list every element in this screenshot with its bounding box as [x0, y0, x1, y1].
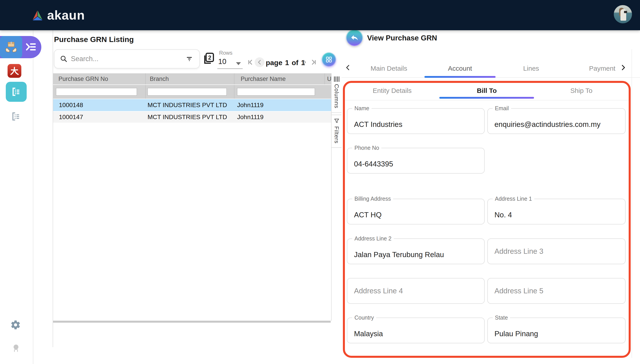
table-header-row: Purchase GRN No Branch Purchaser Name Up: [53, 73, 331, 84]
sidebar-item-listing-module-active[interactable]: [6, 82, 27, 102]
app-root: akaun: [0, 0, 640, 364]
horizontal-scrollbar[interactable]: [53, 321, 331, 323]
tab-payment[interactable]: Payment: [567, 59, 616, 78]
table-side-tabs: Columns Filters: [331, 73, 342, 321]
tabs-scroll-left[interactable]: [344, 63, 352, 72]
address-line-1-label: Address Line 1: [493, 196, 534, 202]
sidebar-item-dahua-app[interactable]: [8, 64, 21, 78]
address-line-4-field[interactable]: Address Line 4: [347, 278, 485, 304]
sidebar-item-inventory-app[interactable]: [0, 36, 22, 58]
address-line-3-field[interactable]: Address Line 3: [487, 238, 626, 264]
page-title: Purchase GRN Listing: [54, 35, 134, 44]
brand-name: akaun: [47, 8, 85, 22]
filter-input-branch[interactable]: [148, 88, 227, 96]
address-line-5-field[interactable]: Address Line 5: [487, 278, 626, 304]
billing-address-field[interactable]: Billing Address ACT HQ: [347, 199, 485, 224]
subtab-entity-details[interactable]: Entity Details: [345, 83, 440, 99]
avatar-camera: [624, 11, 627, 13]
columns-icon: [334, 76, 339, 82]
of-word: of: [292, 59, 298, 67]
address-line-1-field[interactable]: Address Line 1 No. 4: [487, 199, 626, 224]
column-header-purchase-grn-no[interactable]: Purchase GRN No: [53, 73, 145, 84]
address-line-2-field[interactable]: Address Line 2 Jalan Paya Terubung Relau: [347, 238, 485, 264]
table-filter-row: [53, 84, 331, 99]
tab-main-details[interactable]: Main Details: [353, 59, 424, 78]
cell-purchaser: John1119: [234, 114, 324, 121]
name-value: ACT Industries: [354, 120, 402, 129]
cell-branch: MCT INDUSTRIES PVT LTD: [145, 114, 234, 121]
page-word: page: [266, 59, 282, 67]
search-input[interactable]: [71, 55, 186, 63]
svg-text:2: 2: [208, 54, 211, 61]
page-current: 1: [285, 59, 289, 67]
sidebar-item-listing-module-inactive[interactable]: [11, 111, 21, 122]
filters-side-tab[interactable]: Filters: [332, 115, 342, 148]
cell-grn-no: 1000148: [53, 102, 145, 109]
filter-list-icon[interactable]: [186, 56, 193, 62]
filters-tab-label: Filters: [333, 126, 340, 144]
hands-box-icon: [4, 40, 18, 54]
list-form-gray-icon: [11, 111, 21, 122]
back-button[interactable]: [346, 29, 363, 46]
column-header-purchaser-name[interactable]: Purchaser Name: [234, 73, 324, 84]
grid-icon: [325, 56, 332, 63]
columns-side-tab[interactable]: Columns: [332, 73, 342, 113]
grid-view-button[interactable]: [322, 52, 336, 67]
table-row-selected[interactable]: 1000148 MCT INDUSTRIES PVT LTD John1119: [53, 99, 331, 111]
rows-select-underline: [217, 68, 243, 69]
billing-address-value: ACT HQ: [354, 211, 382, 219]
next-page-button[interactable]: [300, 57, 309, 67]
tab-account[interactable]: Account: [424, 59, 496, 78]
columns-tab-label: Columns: [333, 84, 340, 108]
detail-scroll-track: [632, 49, 632, 358]
detail-tabs: Main Details Account Lines Payment: [353, 59, 616, 78]
email-label: Email: [493, 105, 511, 112]
top-navbar: akaun: [0, 0, 640, 30]
back-arrow-icon: [350, 33, 359, 42]
brand-logo[interactable]: akaun: [31, 8, 85, 22]
list-form-icon: [11, 86, 22, 97]
tabs-scroll-right[interactable]: [619, 63, 627, 72]
tab-lines[interactable]: Lines: [496, 59, 567, 78]
country-field[interactable]: Country Malaysia: [347, 318, 485, 343]
rows-per-page-select[interactable]: 10: [218, 57, 226, 66]
profile-icon[interactable]: [10, 343, 22, 355]
settings-gear-icon[interactable]: [10, 320, 21, 330]
filter-input-purchase-grn-no[interactable]: [56, 88, 137, 96]
email-value: enquiries@actindustries.com.my: [494, 120, 600, 129]
last-page-button[interactable]: [309, 57, 319, 67]
phone-label: Phone No: [352, 145, 381, 151]
column-header-updated[interactable]: Up: [324, 73, 331, 84]
account-sub-tabs: Entity Details Bill To Ship To: [345, 83, 629, 99]
name-field[interactable]: Name ACT Industries: [347, 108, 485, 134]
name-label: Name: [352, 105, 372, 112]
address-line-2-label: Address Line 2: [352, 235, 394, 242]
address-line-5-placeholder: Address Line 5: [494, 287, 543, 295]
user-avatar[interactable]: [614, 5, 632, 23]
previous-page-button[interactable]: [255, 57, 264, 67]
email-field[interactable]: Email enquiries@actindustries.com.my: [487, 108, 626, 134]
phone-field[interactable]: Phone No 04-6443395: [347, 148, 485, 174]
subtab-ship-to[interactable]: Ship To: [534, 83, 629, 99]
page-indicator: page 1 of 1: [266, 59, 305, 67]
sidebar-collapse-icon[interactable]: [26, 42, 36, 52]
duplicate-pages-icon[interactable]: 2: [202, 52, 216, 65]
billing-address-label: Billing Address: [352, 196, 393, 202]
search-icon: [60, 55, 68, 63]
table-row[interactable]: 1000147 MCT INDUSTRIES PVT LTD John1119: [53, 111, 331, 123]
sidebar: [0, 30, 33, 364]
first-page-button[interactable]: [245, 57, 255, 67]
active-tab-underline: [424, 76, 496, 78]
filter-input-purchaser-name[interactable]: [237, 88, 315, 96]
active-subtab-underline: [439, 97, 534, 99]
phone-value: 04-6443395: [354, 160, 393, 168]
akaun-triangle-icon: [31, 9, 44, 21]
state-field[interactable]: State Pulau Pinang: [487, 318, 626, 343]
address-line-2-value: Jalan Paya Terubung Relau: [354, 250, 444, 259]
rows-caret-icon[interactable]: [236, 62, 241, 65]
subtab-bill-to[interactable]: Bill To: [440, 83, 534, 99]
address-line-4-placeholder: Address Line 4: [354, 287, 403, 295]
country-value: Malaysia: [354, 330, 383, 338]
search-bar: [54, 49, 200, 68]
column-header-branch[interactable]: Branch: [145, 73, 234, 84]
